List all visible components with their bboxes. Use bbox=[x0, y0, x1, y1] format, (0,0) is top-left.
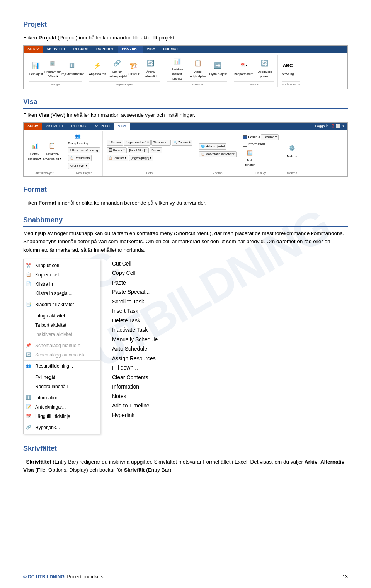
btn-dagar[interactable]: Dagar bbox=[150, 147, 162, 153]
btn-sortera[interactable]: ↕ Sortera bbox=[107, 140, 123, 146]
btn-hela-projektet[interactable]: 🌐 Hela projektet bbox=[199, 143, 227, 150]
tab-rapport-visa[interactable]: RAPPORT bbox=[90, 123, 114, 130]
resources-icon: 👥 bbox=[26, 363, 31, 369]
schema-label: Schema bbox=[167, 81, 227, 87]
tidslinje-label: Tidslinje bbox=[248, 135, 260, 140]
data-row2: 🔲 Kontur ▾ [Inget filter] ▾ Dagar bbox=[107, 147, 192, 153]
btn-program-office[interactable]: 🏢 Program förOffice ▾ bbox=[44, 58, 61, 79]
menu-resurstilldelning[interactable]: 👥 Resurstilldelning... bbox=[24, 361, 100, 371]
btn-kontur[interactable]: 🔲 Kontur ▾ bbox=[107, 147, 127, 153]
btn-originalplan[interactable]: 📋 Ange originalplan bbox=[188, 58, 208, 79]
tab-visa-proj[interactable]: VISA bbox=[143, 46, 159, 53]
lankar-label: Länkar mellan projekt bbox=[107, 70, 127, 79]
visa-ribbon-body: 📊 Gantt-schema ▾ 📋 Aktivitets-användning… bbox=[24, 130, 347, 176]
menu-bladdra[interactable]: 📑 Bläddra till aktivitet bbox=[24, 300, 100, 309]
btn-markerade-akt[interactable]: 📋 Markerade aktiviteter bbox=[199, 151, 237, 157]
visa-row-res-anv: ↕ Resursanvändning bbox=[68, 147, 100, 153]
btn-lankar[interactable]: 🔗 Länkar mellan projekt bbox=[107, 58, 127, 79]
zooma-row2: 📋 Markerade aktiviteter bbox=[199, 151, 237, 157]
infoga-group-label: Infoga bbox=[29, 81, 82, 87]
menu-anteckningar[interactable]: 📝 Anteckningar... bbox=[24, 402, 100, 412]
btn-resursanvandning[interactable]: ↕ Resursanvändning bbox=[68, 147, 100, 153]
visa-heading: Visa bbox=[23, 97, 348, 109]
btn-struktur[interactable]: 🏗️ Struktur bbox=[128, 60, 139, 77]
btn-uppdatera[interactable]: 🔄 Uppdatera projekt bbox=[255, 58, 274, 79]
btn-aktivitetsanvandning[interactable]: 📋 Aktivitets-användning ▾ bbox=[43, 140, 61, 161]
rapportdatum-label: Rapportdatum: bbox=[234, 72, 254, 77]
tidslinje-checkbox[interactable] bbox=[243, 135, 247, 139]
sep1 bbox=[24, 299, 100, 299]
aktivitetsvyer-btns: 📊 Gantt-schema ▾ 📋 Aktivitets-användning… bbox=[27, 132, 61, 170]
skrivfalt-text4: (Entry Bar) bbox=[145, 467, 171, 473]
arbetstid-label: Ändra arbetstid bbox=[141, 70, 160, 79]
tab-format-proj[interactable]: FORMAT bbox=[159, 46, 182, 53]
tab-arkiv-visa[interactable]: ARKIV bbox=[24, 123, 42, 130]
menu-schemalagg-auto[interactable]: 🔄 Schemalägg automatiskt bbox=[24, 350, 100, 360]
btn-zooma[interactable]: 🔍 Zooma + bbox=[172, 140, 192, 146]
tab-visa-visa[interactable]: VISA bbox=[114, 123, 130, 130]
berakna-icon: 📊 bbox=[172, 56, 182, 66]
projekt-ribbon-body: 📊 Delprojekt 🏢 Program förOffice ▾ ℹ️ Pr… bbox=[24, 53, 347, 89]
btn-projektinfo[interactable]: ℹ️ Projektinformation bbox=[62, 60, 82, 77]
btn-tidsskala[interactable]: Tidsskala... bbox=[151, 140, 171, 146]
uppdatera-label: Uppdatera projekt bbox=[255, 70, 274, 79]
nytt-fonster-btn-row: 🪟 Nyttfönster bbox=[243, 149, 279, 167]
btn-makron[interactable]: ⚙️ Makron bbox=[285, 143, 299, 159]
skrivfalt-para: I Skrivfältet (Entry Bar) redigerar du i… bbox=[23, 458, 348, 474]
rapportdatum-icon: 📅 ▾ bbox=[238, 60, 249, 71]
btn-andra-vyer[interactable]: Andra vyer ▾ bbox=[68, 163, 89, 169]
flytta-label: Flytta projekt bbox=[209, 72, 227, 77]
menu-schemalagg-man[interactable]: 📌 Schemalägg manuellt bbox=[24, 341, 100, 350]
visa-group-dela-vy: Tidslinje Tidslinje ▾ Information 🪟 Nytt… bbox=[241, 131, 281, 176]
tab-resurs-proj[interactable]: RESURS bbox=[70, 46, 92, 53]
en-insert-task: Insert Task bbox=[112, 306, 160, 316]
visa-row-andra: Andra vyer ▾ bbox=[68, 163, 100, 169]
information-checkbox[interactable] bbox=[243, 143, 247, 147]
menu-radera[interactable]: Radera innehåll bbox=[24, 382, 100, 391]
menu-hyperlank[interactable]: 🔗 Hyperlänk... bbox=[24, 423, 100, 432]
tab-projekt-proj[interactable]: PROJEKT bbox=[118, 46, 143, 53]
btn-rapportdatum[interactable]: 📅 ▾ Rapportdatum: bbox=[234, 60, 254, 77]
btn-delprojekt[interactable]: 📊 Delprojekt bbox=[29, 60, 43, 77]
btn-teamplanering[interactable]: 👥 Teamplanering bbox=[68, 132, 88, 146]
btn-gantt-schema[interactable]: 📊 Gantt-schema ▾ bbox=[27, 140, 41, 161]
btn-anpassa-falt[interactable]: ⚡ Anpassa fält bbox=[89, 60, 106, 77]
ribbon-group-egenskaper: ⚡ Anpassa fält 🔗 Länkar mellan projekt 🏗… bbox=[86, 55, 163, 87]
menu-lagg-till[interactable]: 📅 Lägg till i tidslinje bbox=[24, 412, 100, 421]
btn-ingen-grupp[interactable]: [Ingen grupp] ▾ bbox=[129, 155, 153, 161]
tidslinje-dropdown[interactable]: Tidslinje ▾ bbox=[261, 134, 278, 140]
btn-nytt-fonster[interactable]: 🪟 Nyttfönster bbox=[243, 149, 257, 167]
menu-ta-bort[interactable]: Ta bort aktivitet bbox=[24, 320, 100, 330]
visa-group-data: ↕ Sortera [Ingen marken] ▾ Tidsskala... … bbox=[104, 131, 195, 176]
menu-klistra-in[interactable]: 📄 Klistra in bbox=[24, 280, 100, 289]
projekt-heading: Projekt bbox=[23, 19, 348, 31]
program-office-label: Program förOffice ▾ bbox=[44, 70, 61, 79]
btn-stavning[interactable]: ABC Stavning bbox=[282, 60, 294, 77]
menu-information[interactable]: ℹ️ Information... bbox=[24, 393, 100, 402]
copy-icon: 📋 bbox=[26, 271, 31, 278]
btn-flytta[interactable]: ➡️ Flytta projekt bbox=[209, 60, 227, 77]
btn-inget-filter[interactable]: [Inget filter] ▾ bbox=[128, 147, 149, 153]
tab-rapport-proj[interactable]: RAPPORT bbox=[92, 46, 118, 53]
en-clear-contents: Clear Contents bbox=[112, 373, 160, 382]
zooma-row1: 🌐 Hela projektet bbox=[199, 143, 237, 150]
tab-resurs-visa[interactable]: RESURS bbox=[68, 123, 90, 130]
menu-infoga-akt[interactable]: Infoga aktivitet bbox=[24, 311, 100, 320]
ribbon-group-sprak: ABC Stavning Språkkontroll bbox=[279, 55, 303, 87]
menu-klistra-in-special[interactable]: Klistra in special... bbox=[24, 289, 100, 298]
btn-resurslista[interactable]: 📋 Resurslista bbox=[68, 155, 92, 161]
menu-kopiera[interactable]: 📋 Kopiera cell bbox=[24, 270, 100, 280]
menu-fyll-nedat[interactable]: Fyll nedåt bbox=[24, 373, 100, 382]
menu-inaktivera[interactable]: Inaktivera aktivitet bbox=[24, 330, 100, 339]
sep6 bbox=[24, 392, 100, 392]
btn-ingen-marken[interactable]: [Ingen marken] ▾ bbox=[124, 140, 151, 146]
snabbmeny-heading: Snabbmeny bbox=[23, 215, 348, 227]
en-assign-resources: Assign Resources... bbox=[112, 354, 160, 363]
btn-tabeller[interactable]: 📋 Tabeller ▾ bbox=[107, 155, 128, 161]
menu-klipp-ut[interactable]: ✂️ Klipp ut cell bbox=[24, 261, 100, 270]
tab-arkiv-proj[interactable]: ARKIV bbox=[24, 46, 43, 53]
tab-aktivitet-visa[interactable]: AKTIVITET bbox=[42, 123, 68, 130]
tab-aktivitet-proj[interactable]: AKTIVITET bbox=[43, 46, 70, 53]
btn-berakna[interactable]: 📊 Beräkna aktuellt projekt bbox=[167, 56, 187, 81]
btn-andra-arbetstid[interactable]: 🔄 Ändra arbetstid bbox=[141, 58, 160, 79]
